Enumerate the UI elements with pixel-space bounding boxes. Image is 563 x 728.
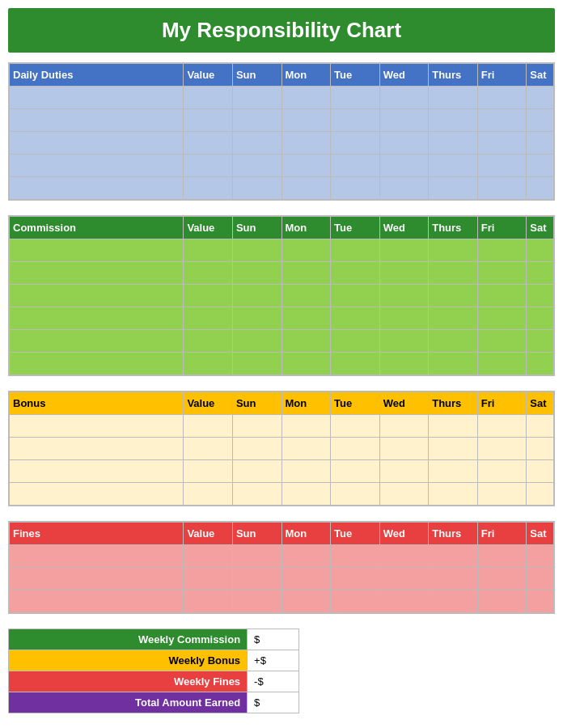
summary-row-fines: Weekly Fines -$ (9, 671, 299, 692)
summary-table: Weekly Commission $ Weekly Bonus +$ Week… (8, 629, 299, 713)
weekly-commission-label: Weekly Commission (9, 629, 248, 650)
commission-section: Commission Value Sun Mon Tue Wed Thurs F… (8, 215, 555, 376)
table-row (10, 415, 554, 438)
summary-row-bonus: Weekly Bonus +$ (9, 650, 299, 671)
fines-section: Fines Value Sun Mon Tue Wed Thurs Fri Sa… (8, 521, 555, 614)
daily-duties-wed-header: Wed (379, 64, 429, 87)
bonus-col-header: Bonus (10, 392, 184, 415)
fines-mon-header: Mon (282, 523, 331, 545)
commission-mon-header: Mon (282, 217, 331, 239)
commission-table: Commission Value Sun Mon Tue Wed Thurs F… (9, 216, 554, 375)
daily-duties-sat-header: Sat (527, 64, 554, 87)
table-row (10, 353, 554, 375)
commission-header: Commission Value Sun Mon Tue Wed Thurs F… (10, 217, 554, 239)
fines-tue-header: Tue (331, 523, 380, 545)
bonus-fri-header: Fri (477, 392, 527, 415)
table-row (10, 285, 554, 307)
table-row (10, 568, 554, 590)
table-row (10, 460, 554, 483)
total-amount-earned-label: Total Amount Earned (9, 692, 248, 713)
bonus-mon-header: Mon (282, 392, 331, 415)
commission-value-header: Value (184, 217, 233, 239)
bonus-sat-header: Sat (527, 392, 554, 415)
fines-sun-header: Sun (232, 523, 282, 545)
table-row (10, 87, 554, 109)
bonus-section: Bonus Value Sun Mon Tue Wed Thurs Fri Sa… (8, 391, 555, 506)
fines-fri-header: Fri (477, 523, 527, 545)
fines-table: Fines Value Sun Mon Tue Wed Thurs Fri Sa… (9, 522, 554, 613)
page-title: My Responsibility Chart (8, 8, 555, 53)
commission-sat-header: Sat (527, 217, 554, 239)
daily-duties-table: Daily Duties Value Sun Mon Tue Wed Thurs… (9, 63, 554, 200)
daily-duties-sun-header: Sun (232, 64, 282, 87)
table-row (10, 262, 554, 285)
bonus-value-header: Value (184, 392, 233, 415)
daily-duties-mon-header: Mon (282, 64, 331, 87)
daily-duties-section: Daily Duties Value Sun Mon Tue Wed Thurs… (8, 62, 555, 201)
bonus-thurs-header: Thurs (429, 392, 478, 415)
weekly-bonus-label: Weekly Bonus (9, 650, 248, 671)
table-row (10, 132, 554, 154)
summary-box: Weekly Commission $ Weekly Bonus +$ Week… (8, 629, 299, 713)
daily-duties-tue-header: Tue (331, 64, 380, 87)
summary-row-total: Total Amount Earned $ (9, 692, 299, 713)
table-row (10, 483, 554, 506)
fines-value-header: Value (184, 523, 233, 545)
table-row (10, 438, 554, 460)
fines-wed-header: Wed (379, 523, 429, 545)
bonus-wed-header: Wed (379, 392, 429, 415)
daily-duties-col-header: Daily Duties (10, 64, 184, 87)
commission-sun-header: Sun (232, 217, 282, 239)
fines-header: Fines Value Sun Mon Tue Wed Thurs Fri Sa… (10, 523, 554, 545)
table-row (10, 154, 554, 177)
table-row (10, 177, 554, 200)
commission-tue-header: Tue (331, 217, 380, 239)
bonus-table: Bonus Value Sun Mon Tue Wed Thurs Fri Sa… (9, 392, 554, 506)
table-row (10, 590, 554, 613)
bonus-tue-header: Tue (331, 392, 380, 415)
daily-duties-fri-header: Fri (477, 64, 527, 87)
bonus-sun-header: Sun (232, 392, 282, 415)
daily-duties-header: Daily Duties Value Sun Mon Tue Wed Thurs… (10, 64, 554, 87)
weekly-commission-value[interactable]: $ (248, 629, 299, 650)
commission-thurs-header: Thurs (429, 217, 478, 239)
commission-col-header: Commission (10, 217, 184, 239)
table-row (10, 307, 554, 330)
table-row (10, 239, 554, 262)
commission-wed-header: Wed (379, 217, 429, 239)
fines-sat-header: Sat (527, 523, 554, 545)
table-row (10, 109, 554, 132)
commission-fri-header: Fri (477, 217, 527, 239)
daily-duties-thurs-header: Thurs (429, 64, 478, 87)
table-row (10, 330, 554, 353)
summary-row-commission: Weekly Commission $ (9, 629, 299, 650)
daily-duties-value-header: Value (184, 64, 233, 87)
bonus-header: Bonus Value Sun Mon Tue Wed Thurs Fri Sa… (10, 392, 554, 415)
fines-col-header: Fines (10, 523, 184, 545)
weekly-fines-value[interactable]: -$ (248, 671, 299, 692)
total-amount-earned-value[interactable]: $ (248, 692, 299, 713)
table-row (10, 545, 554, 568)
weekly-bonus-value[interactable]: +$ (248, 650, 299, 671)
weekly-fines-label: Weekly Fines (9, 671, 248, 692)
fines-thurs-header: Thurs (429, 523, 478, 545)
